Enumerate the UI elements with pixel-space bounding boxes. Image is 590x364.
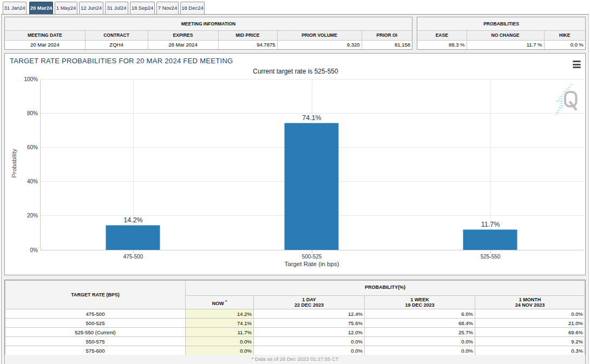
svg-text:80%: 80% (27, 110, 38, 116)
svg-text:100%: 100% (24, 76, 38, 82)
svg-text:0%: 0% (30, 247, 38, 253)
svg-text:40%: 40% (27, 178, 38, 184)
svg-text:Probability: Probability (11, 149, 17, 178)
svg-text:Target Rate (in bps): Target Rate (in bps) (285, 261, 339, 267)
svg-text:60%: 60% (27, 144, 38, 150)
svg-text:74.1%: 74.1% (302, 114, 321, 122)
svg-text:475-500: 475-500 (123, 254, 143, 260)
svg-text:14.2%: 14.2% (123, 216, 142, 224)
svg-text:11.7%: 11.7% (481, 221, 500, 228)
svg-text:525-550: 525-550 (481, 254, 501, 260)
svg-text:20%: 20% (27, 213, 38, 219)
svg-text:500-525: 500-525 (302, 254, 322, 260)
